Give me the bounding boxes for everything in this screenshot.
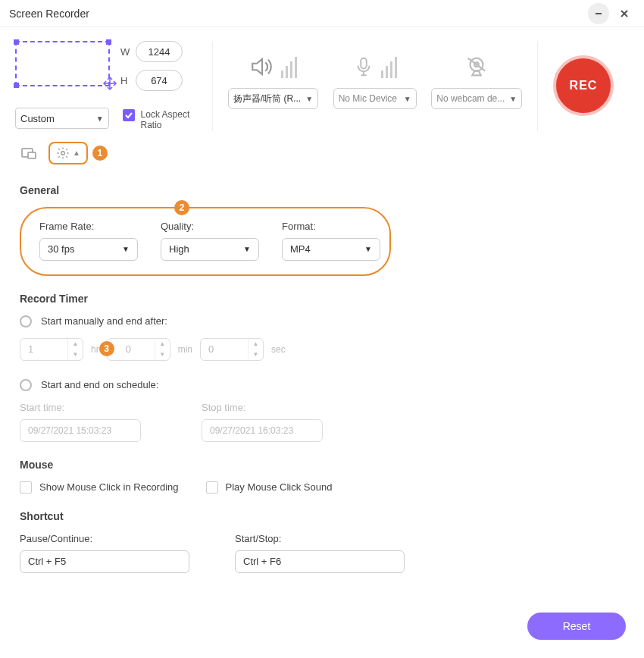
pip-button[interactable]	[17, 142, 41, 164]
settings-panel: General 2 Frame Rate: 30 fps▼ Quality: H…	[0, 168, 644, 573]
format-select[interactable]: MP4▼	[282, 238, 380, 261]
capture-area-column: W 1244 H 674 Custom▼ Lock	[15, 41, 212, 131]
frame-rate-label: Frame Rate:	[39, 221, 138, 232]
speaker-select[interactable]: 扬声器/听筒 (R...▼	[228, 88, 318, 109]
start-time-input[interactable]: 09/27/2021 15:03:23	[20, 419, 141, 442]
quality-label: Quality:	[161, 221, 259, 232]
webcam-icon	[464, 45, 489, 88]
show-click-label: Show Mouse Click in Recording	[39, 481, 179, 493]
step-badge-2: 2	[174, 200, 189, 215]
minutes-input[interactable]: 0▲▼	[107, 338, 170, 361]
timer-heading: Record Timer	[20, 293, 624, 305]
settings-toggle[interactable]: ▲	[48, 142, 88, 164]
svg-point-14	[61, 152, 65, 155]
seconds-input[interactable]: 0▲▼	[200, 338, 264, 361]
step-badge-1: 1	[92, 146, 108, 161]
stop-time-label: Stop time:	[202, 402, 323, 413]
start-shortcut-input[interactable]: Ctrl + F6	[235, 550, 405, 573]
close-button[interactable]	[614, 3, 635, 24]
capture-area-preview[interactable]	[15, 41, 110, 86]
stop-time-input[interactable]: 09/27/2021 16:03:23	[202, 419, 323, 442]
pause-shortcut-input[interactable]: Ctrl + F5	[20, 550, 189, 573]
record-button[interactable]: REC	[553, 55, 614, 116]
schedule-radio[interactable]	[20, 379, 32, 391]
chevron-up-icon: ▲	[73, 149, 80, 157]
height-label: H	[120, 75, 136, 86]
mic-select[interactable]: No Mic Device▼	[333, 88, 417, 109]
toolbar: ▲ 1	[0, 131, 644, 168]
svg-rect-13	[28, 152, 36, 158]
manual-radio-label: Start manually and end after:	[41, 315, 167, 327]
manual-radio[interactable]	[20, 315, 32, 327]
record-column: REC	[538, 41, 629, 131]
lock-aspect-checkbox[interactable]	[123, 109, 135, 121]
width-input[interactable]: 1244	[136, 41, 183, 62]
mouse-heading: Mouse	[20, 459, 624, 471]
seconds-unit: sec	[271, 344, 286, 355]
pause-shortcut-label: Pause/Continue:	[20, 533, 189, 544]
height-input[interactable]: 674	[136, 70, 183, 91]
svg-marker-5	[252, 59, 262, 74]
play-sound-checkbox[interactable]	[206, 481, 218, 494]
minutes-unit: min	[178, 344, 192, 355]
quality-select[interactable]: High▼	[161, 238, 259, 261]
window-title: Screen Recorder	[9, 8, 89, 20]
lock-aspect-label: Lock Aspect Ratio	[141, 109, 212, 131]
hours-input[interactable]: 1▲▼	[20, 338, 83, 361]
top-controls: W 1244 H 674 Custom▼ Lock	[0, 27, 644, 131]
webcam-column: No webcam de...▼	[431, 41, 522, 131]
speaker-column: 扬声器/听筒 (R...▼	[228, 41, 318, 131]
dimension-inputs: W 1244 H 674	[120, 41, 183, 99]
show-click-checkbox[interactable]	[20, 481, 32, 494]
width-label: W	[120, 46, 136, 58]
frame-rate-select[interactable]: 30 fps▼	[39, 238, 138, 261]
hours-unit: hr	[91, 344, 99, 355]
start-shortcut-label: Start/Stop:	[235, 533, 405, 544]
titlebar: Screen Recorder	[0, 0, 644, 27]
footer: Reset	[0, 600, 644, 658]
shortcut-heading: Shortcut	[20, 510, 624, 522]
mic-column: No Mic Device▼	[333, 41, 417, 131]
general-highlight: 2 Frame Rate: 30 fps▼ Quality: High▼ For…	[20, 207, 391, 276]
app-window: Screen Recorder	[0, 0, 644, 658]
svg-rect-6	[361, 58, 367, 69]
webcam-select[interactable]: No webcam de...▼	[431, 88, 522, 109]
reset-button[interactable]: Reset	[527, 613, 626, 640]
general-heading: General	[20, 184, 624, 196]
step-badge-3: 3	[99, 341, 114, 356]
speaker-icon	[249, 45, 297, 88]
play-sound-label: Play Mouse Click Sound	[226, 481, 333, 493]
mic-icon	[352, 45, 397, 88]
device-columns: 扬声器/听筒 (R...▼ No Mic Device▼	[212, 41, 538, 131]
minimize-button[interactable]	[588, 3, 609, 24]
schedule-radio-label: Start and end on schedule:	[41, 379, 158, 390]
gear-icon	[56, 146, 70, 160]
region-mode-select[interactable]: Custom▼	[15, 108, 109, 129]
start-time-label: Start time:	[20, 402, 141, 413]
format-label: Format:	[282, 221, 380, 232]
move-icon	[102, 76, 117, 94]
